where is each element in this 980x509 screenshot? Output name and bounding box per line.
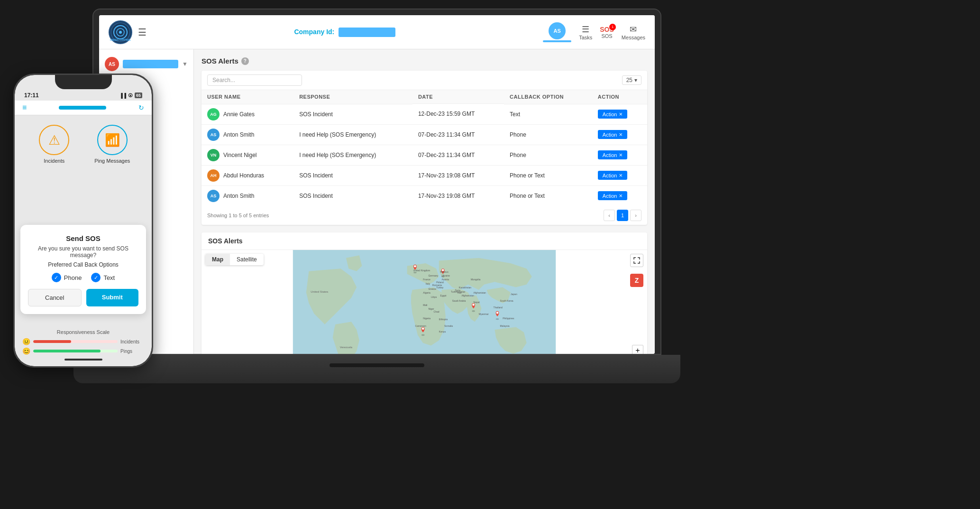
cell-response-4: SOS Incident (293, 185, 412, 206)
sos-alerts-table: Search... 25 ▾ USER NAM (201, 71, 647, 225)
phone-ping-btn[interactable]: 📶 Ping Messages (87, 125, 138, 164)
svg-point-15 (422, 327, 424, 329)
table-row: VN Vincent Nigel I need Help (SOS Emerge… (201, 145, 647, 165)
app-header: CRISES CONTROL ☰ Company Id: AS ☰ Tasks (99, 15, 655, 49)
phone-mockup: 17:11 ▐▐ ⦿ 65 ≡ ↻ ⚠ Incidents (13, 74, 153, 368)
submit-button[interactable]: Submit (86, 289, 139, 306)
cell-action-1: Action (592, 124, 647, 145)
sidebar-dropdown-arrow[interactable]: ▼ (182, 61, 188, 67)
action-btn-4[interactable]: Action (598, 191, 627, 200)
map-tab-satellite[interactable]: Satellite (230, 254, 264, 265)
action-btn-1[interactable]: Action (598, 130, 627, 139)
action-btn-2[interactable]: Action (598, 150, 627, 159)
cell-response-0: SOS Incident (293, 104, 412, 124)
next-page-btn[interactable]: › (630, 210, 641, 221)
svg-text:Italy: Italy (426, 282, 430, 285)
cell-username-0: AG Annie Gates (201, 104, 293, 124)
z-float-btn[interactable]: Z (630, 274, 643, 287)
col-username: USER NAME (201, 90, 293, 104)
table-row: AS Anton Smith SOS Incident 17-Nov-23 19… (201, 185, 647, 206)
svg-text:United States: United States (311, 289, 328, 293)
header-center: Company Id: (147, 28, 543, 37)
search-input[interactable]: Search... (207, 74, 302, 86)
cell-action-2: Action (592, 145, 647, 165)
responsiveness-section: Responsiveness Scale 😐 Incidents 😊 (15, 325, 152, 366)
row-avatar-2: VN (207, 149, 220, 161)
svg-text:Japan: Japan (511, 293, 517, 296)
phone-hamburger-icon[interactable]: ≡ (22, 103, 27, 112)
company-id-label: Company Id: (294, 28, 334, 36)
svg-text:Libya: Libya (431, 295, 437, 298)
pings-smiley: 😊 (22, 347, 30, 355)
cancel-button[interactable]: Cancel (28, 289, 82, 306)
sos-modal-subtitle: Are you sure you want to send SOS messag… (28, 245, 138, 259)
row-avatar-1: AS (207, 129, 220, 141)
app-body: AS ▼ ⊞ Dashboard 💬 Ping (99, 49, 655, 354)
sos-checkboxes: ✓ Phone ✓ Text (28, 273, 138, 282)
prev-page-btn[interactable]: ‹ (604, 210, 615, 221)
cell-date-3: 17-Nov-23 19:08 GMT (412, 165, 504, 185)
cell-callback-0: Text (504, 104, 592, 124)
user-profile-btn[interactable]: AS (543, 22, 571, 42)
phone-refresh-icon[interactable]: ↻ (138, 104, 144, 111)
col-action: ACTION (592, 90, 647, 104)
svg-point-3 (119, 31, 122, 34)
ping-signal-icon: 📶 (105, 133, 120, 148)
phone-incidents-btn[interactable]: ⚠ Incidents (29, 125, 80, 164)
incidents-icon-circle: ⚠ (39, 125, 69, 155)
row-avatar-0: AG (207, 108, 220, 120)
pings-bar-row: 😊 Pings (22, 347, 144, 355)
messages-icon: ✉ (630, 24, 637, 35)
map-tab-map[interactable]: Map (205, 254, 230, 265)
svg-text:Nepal: Nepal (474, 301, 480, 304)
sidebar-user-row: AS ▼ (99, 53, 193, 75)
svg-text:Chad: Chad (434, 310, 440, 313)
row-name-0: Annie Gates (223, 111, 255, 118)
incidents-bar-row: 😐 Incidents (22, 338, 144, 345)
map-fullscreen-btn[interactable] (630, 254, 643, 267)
table-top-bar: Search... 25 ▾ (201, 71, 647, 90)
cell-callback-3: Phone or Text (504, 165, 592, 185)
table-row: AS Anton Smith I need Help (SOS Emergenc… (201, 124, 647, 145)
phone-screen: 17:11 ▐▐ ⦿ 65 ≡ ↻ ⚠ Incidents (15, 75, 152, 366)
cell-response-2: I need Help (SOS Emergency) (293, 145, 412, 165)
svg-text:Austria: Austria (441, 278, 449, 281)
svg-text:South Korea: South Korea (500, 299, 513, 302)
svg-text:Cameroon: Cameroon (415, 324, 426, 327)
svg-text:United Kingdom: United Kingdom (413, 268, 430, 271)
action-btn-3[interactable]: Action (598, 171, 627, 180)
per-page-badge[interactable]: 25 ▾ (622, 75, 641, 85)
cell-action-0: Action (592, 104, 647, 124)
svg-point-13 (496, 311, 498, 313)
messages-btn[interactable]: ✉ Messages (622, 24, 645, 40)
hamburger-icon[interactable]: ☰ (138, 27, 147, 38)
table-showing: Showing 1 to 5 of 5 entries (207, 213, 269, 218)
col-response: RESPONSE (293, 90, 412, 104)
tasks-btn[interactable]: ☰ Tasks (579, 24, 592, 40)
page-1-btn[interactable]: 1 (617, 210, 628, 221)
row-avatar-4: AS (207, 190, 220, 202)
svg-point-12 (496, 318, 499, 319)
sos-alerts-title: SOS Alerts ? (201, 57, 647, 65)
incidents-smiley: 😐 (22, 338, 30, 345)
col-date: DATE (412, 90, 504, 104)
cell-response-1: I need Help (SOS Emergency) (293, 124, 412, 145)
cell-action-3: Action (592, 165, 647, 185)
cell-date-1: 07-Dec-23 11:34 GMT (412, 124, 504, 145)
svg-text:Kazakhstan: Kazakhstan (459, 286, 471, 289)
tasks-bar (543, 40, 571, 42)
svg-text:Saudi Arabia: Saudi Arabia (452, 299, 466, 302)
pagination: ‹ 1 › (604, 210, 641, 221)
home-indicator (22, 359, 144, 361)
svg-text:France: France (423, 278, 430, 281)
svg-text:Philippines: Philippines (503, 316, 514, 319)
table-row: AH Abdul Honduras SOS Incident 17-Nov-23… (201, 165, 647, 185)
chevron-down-icon: ▾ (634, 77, 637, 83)
pings-bar-label: Pings (120, 349, 144, 354)
zoom-in-btn[interactable]: + (632, 345, 643, 354)
phone-body: 17:11 ▐▐ ⦿ 65 ≡ ↻ ⚠ Incidents (13, 74, 153, 368)
info-icon[interactable]: ? (241, 57, 249, 65)
action-btn-0[interactable]: Action (598, 110, 627, 119)
sos-btn[interactable]: SOS 1 SOS (600, 26, 614, 39)
row-name-1: Anton Smith (223, 131, 254, 138)
